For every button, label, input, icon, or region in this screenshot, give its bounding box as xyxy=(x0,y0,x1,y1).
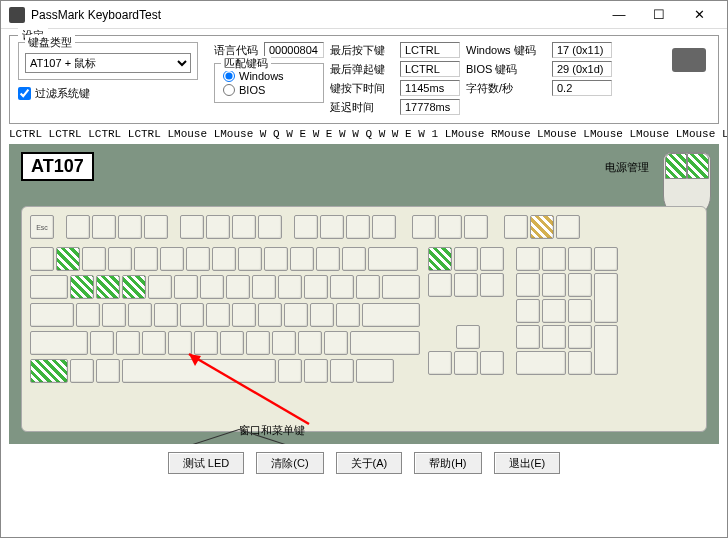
key-lshift[interactable] xyxy=(30,331,88,355)
key-f[interactable] xyxy=(154,303,178,327)
key-u[interactable] xyxy=(226,275,250,299)
match-bios-radio[interactable] xyxy=(223,84,235,96)
key-nummul[interactable] xyxy=(568,247,592,271)
key-3[interactable] xyxy=(108,247,132,271)
key-num8[interactable] xyxy=(542,273,566,297)
key-f7[interactable] xyxy=(232,215,256,239)
key-g[interactable] xyxy=(180,303,204,327)
key-j[interactable] xyxy=(232,303,256,327)
key-w[interactable] xyxy=(96,275,120,299)
key-num9[interactable] xyxy=(568,273,592,297)
key-numlock[interactable] xyxy=(516,247,540,271)
key-f1[interactable] xyxy=(66,215,90,239)
key-end[interactable] xyxy=(454,273,478,297)
key-num6[interactable] xyxy=(568,299,592,323)
key-num7[interactable] xyxy=(516,273,540,297)
key-num4[interactable] xyxy=(516,299,540,323)
key-l[interactable] xyxy=(284,303,308,327)
key-f10[interactable] xyxy=(320,215,344,239)
key-num1[interactable] xyxy=(516,325,540,349)
key-esc[interactable]: Esc xyxy=(30,215,54,239)
key-numenter[interactable] xyxy=(594,325,618,375)
key-pgup[interactable] xyxy=(480,247,504,271)
key-x[interactable] xyxy=(116,331,140,355)
key-1[interactable] xyxy=(56,247,80,271)
key-capslock[interactable] xyxy=(30,303,74,327)
key-lbracket[interactable] xyxy=(330,275,354,299)
key-lwin[interactable] xyxy=(70,359,94,383)
key-0[interactable] xyxy=(290,247,314,271)
key-down[interactable] xyxy=(454,351,478,375)
key-8[interactable] xyxy=(238,247,262,271)
key-prtsc[interactable] xyxy=(412,215,436,239)
key-insert[interactable] xyxy=(428,247,452,271)
key-num5[interactable] xyxy=(542,299,566,323)
key-i[interactable] xyxy=(252,275,276,299)
key-right[interactable] xyxy=(480,351,504,375)
key-k[interactable] xyxy=(258,303,282,327)
key-equals[interactable] xyxy=(342,247,366,271)
key-semicolon[interactable] xyxy=(310,303,334,327)
key-tab[interactable] xyxy=(30,275,68,299)
key-f4[interactable] xyxy=(144,215,168,239)
key-num3[interactable] xyxy=(568,325,592,349)
key-num0[interactable] xyxy=(516,351,566,375)
about-button[interactable]: 关于(A) xyxy=(336,452,403,474)
key-f12[interactable] xyxy=(372,215,396,239)
key-f2[interactable] xyxy=(92,215,116,239)
match-windows-radio[interactable] xyxy=(223,70,235,82)
key-delete[interactable] xyxy=(428,273,452,297)
key-4[interactable] xyxy=(134,247,158,271)
key-grave[interactable] xyxy=(30,247,54,271)
key-2[interactable] xyxy=(82,247,106,271)
key-backslash[interactable] xyxy=(382,275,420,299)
key-quote[interactable] xyxy=(336,303,360,327)
key-numadd[interactable] xyxy=(594,273,618,323)
key-num2[interactable] xyxy=(542,325,566,349)
key-power[interactable] xyxy=(556,215,580,239)
key-pause[interactable] xyxy=(464,215,488,239)
key-menu[interactable] xyxy=(330,359,354,383)
key-minus[interactable] xyxy=(316,247,340,271)
key-6[interactable] xyxy=(186,247,210,271)
key-d[interactable] xyxy=(128,303,152,327)
key-home[interactable] xyxy=(454,247,478,271)
key-5[interactable] xyxy=(160,247,184,271)
key-o[interactable] xyxy=(278,275,302,299)
key-backspace[interactable] xyxy=(368,247,418,271)
exit-button[interactable]: 退出(E) xyxy=(494,452,561,474)
key-h[interactable] xyxy=(206,303,230,327)
key-y[interactable] xyxy=(200,275,224,299)
key-t[interactable] xyxy=(174,275,198,299)
key-enter[interactable] xyxy=(362,303,420,327)
key-f5[interactable] xyxy=(180,215,204,239)
clear-button[interactable]: 清除(C) xyxy=(256,452,323,474)
key-numsub[interactable] xyxy=(594,247,618,271)
help-button[interactable]: 帮助(H) xyxy=(414,452,481,474)
key-r[interactable] xyxy=(148,275,172,299)
mouse-left-button[interactable] xyxy=(665,153,687,179)
key-q[interactable] xyxy=(70,275,94,299)
key-scroll[interactable] xyxy=(438,215,462,239)
maximize-button[interactable]: ☐ xyxy=(639,1,679,29)
key-numdiv[interactable] xyxy=(542,247,566,271)
key-numdot[interactable] xyxy=(568,351,592,375)
key-p[interactable] xyxy=(304,275,328,299)
key-9[interactable] xyxy=(264,247,288,271)
key-sleep[interactable] xyxy=(530,215,554,239)
key-f8[interactable] xyxy=(258,215,282,239)
close-button[interactable]: ✕ xyxy=(679,1,719,29)
key-rbracket[interactable] xyxy=(356,275,380,299)
key-lctrl[interactable] xyxy=(30,359,68,383)
minimize-button[interactable]: — xyxy=(599,1,639,29)
key-s[interactable] xyxy=(102,303,126,327)
key-lalt[interactable] xyxy=(96,359,120,383)
key-f3[interactable] xyxy=(118,215,142,239)
key-wake[interactable] xyxy=(504,215,528,239)
mouse-right-button[interactable] xyxy=(687,153,709,179)
key-rctrl[interactable] xyxy=(356,359,394,383)
key-e[interactable] xyxy=(122,275,146,299)
key-a[interactable] xyxy=(76,303,100,327)
key-f11[interactable] xyxy=(346,215,370,239)
key-up[interactable] xyxy=(456,325,480,349)
